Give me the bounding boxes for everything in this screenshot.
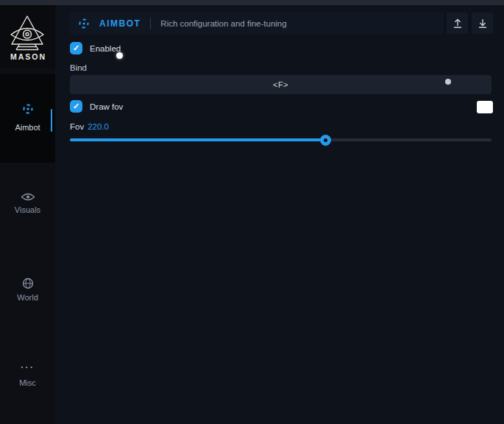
bind-field-dot [445, 79, 451, 85]
fov-slider-handle[interactable] [320, 135, 331, 146]
sidebar-item-label: Misc [0, 378, 55, 387]
logo-text: MASON [0, 52, 55, 61]
fov-slider-fill [70, 138, 326, 141]
section-header: AIMBOT Rich configuration and fine-tunin… [70, 12, 444, 35]
sidebar-item-label: World [0, 293, 55, 302]
enabled-checkbox[interactable] [70, 42, 82, 54]
mouse-cursor-dot [116, 52, 123, 59]
header-divider [150, 18, 151, 29]
section-title: AIMBOT [99, 18, 141, 29]
crosshair-icon [0, 103, 55, 118]
ellipsis-icon: ··· [0, 361, 55, 372]
fov-slider[interactable] [70, 138, 491, 141]
bind-value: <F> [273, 80, 288, 89]
mason-pyramid-eye-icon [10, 15, 45, 53]
window-top-strip [0, 0, 504, 5]
fov-label: Fov220.0 [70, 122, 109, 131]
upload-icon [452, 18, 463, 29]
fov-value: 220.0 [88, 122, 109, 131]
bind-input[interactable]: <F> [70, 75, 491, 94]
globe-icon [0, 278, 55, 292]
sidebar-item-world[interactable]: World [0, 274, 55, 312]
sidebar-item-visuals[interactable]: Visuals [0, 188, 55, 226]
app-window: MASON Aimbot Visuals [0, 0, 504, 424]
sidebar-item-aimbot[interactable]: Aimbot [0, 74, 55, 163]
logo-panel: MASON [0, 5, 55, 68]
download-icon [478, 18, 488, 29]
section-subtitle: Rich configuration and fine-tuning [160, 19, 286, 28]
crosshair-icon [78, 18, 90, 29]
draw-fov-row: Draw fov [70, 100, 123, 113]
sidebar-item-label: Aimbot [0, 123, 55, 132]
bind-label: Bind [70, 63, 87, 72]
upload-config-button[interactable] [447, 13, 468, 34]
fov-label-text: Fov [70, 122, 84, 131]
sidebar-item-label: Visuals [0, 205, 55, 214]
download-config-button[interactable] [472, 13, 493, 34]
draw-fov-checkbox[interactable] [70, 100, 82, 113]
enabled-row: Enabled [70, 42, 121, 54]
fov-color-swatch[interactable] [477, 101, 493, 113]
enabled-label: Enabled [90, 44, 121, 53]
sidebar: MASON Aimbot Visuals [0, 5, 55, 424]
sidebar-item-misc[interactable]: ··· Misc [0, 360, 55, 398]
eye-icon [0, 191, 55, 205]
draw-fov-label: Draw fov [90, 102, 123, 111]
